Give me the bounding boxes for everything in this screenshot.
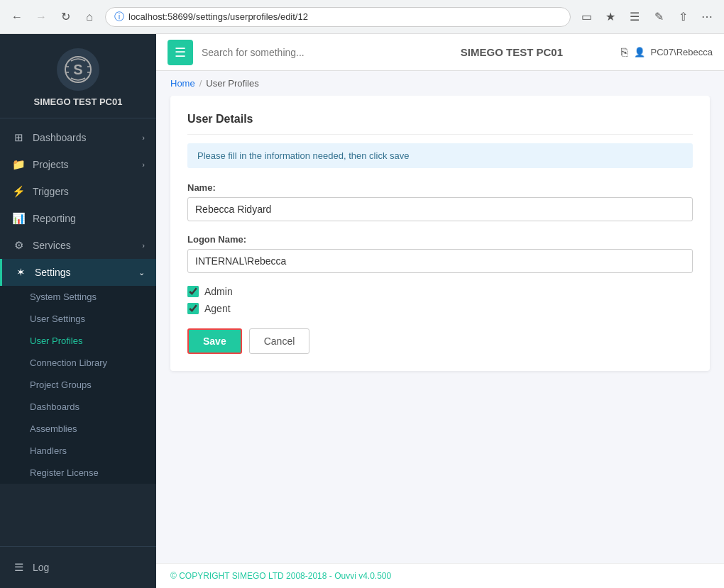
back-button[interactable]: ← bbox=[7, 7, 27, 27]
assemblies-label: Assemblies bbox=[30, 423, 77, 434]
save-button[interactable]: Save bbox=[187, 328, 242, 354]
admin-label: Admin bbox=[204, 286, 233, 297]
logo-svg: S bbox=[64, 55, 92, 84]
admin-checkbox[interactable] bbox=[187, 286, 199, 297]
browser-chrome: ← → ↻ ⌂ ⓘ localhost:58699/settings/userp… bbox=[0, 0, 724, 34]
name-group: Name: bbox=[187, 182, 693, 221]
project-groups-label: Project Groups bbox=[30, 379, 92, 390]
user-label: PC07\Rebecca bbox=[651, 47, 713, 57]
name-input[interactable] bbox=[187, 197, 693, 221]
topbar-brand: SIMEGO TEST PC01 bbox=[411, 46, 612, 58]
more-button[interactable]: ⋯ bbox=[697, 7, 717, 27]
settings-label: Settings bbox=[35, 267, 71, 278]
user-icon: 👤 bbox=[634, 47, 645, 57]
nav-buttons: ← → ↻ ⌂ bbox=[7, 7, 99, 27]
card-title: User Details bbox=[187, 113, 693, 135]
sidebar-title: SIMEGO TEST PC01 bbox=[34, 96, 123, 107]
logon-name-input[interactable] bbox=[187, 249, 693, 273]
security-icon: ⓘ bbox=[114, 11, 124, 23]
favorites-button[interactable]: ★ bbox=[600, 7, 620, 27]
sidebar-item-dashboards[interactable]: ⊞ Dashboards › bbox=[0, 124, 156, 151]
sidebar-item-settings[interactable]: ✶ Settings ⌄ bbox=[0, 259, 156, 286]
sub-nav-register-license[interactable]: Register License bbox=[0, 462, 156, 484]
dashboards-chevron: › bbox=[142, 133, 145, 142]
sub-nav-dashboards[interactable]: Dashboards bbox=[0, 396, 156, 418]
sidebar-item-reporting[interactable]: 📊 Reporting bbox=[0, 205, 156, 232]
name-label: Name: bbox=[187, 182, 693, 193]
page-footer: © COPYRIGHT SIMEGO LTD 2008-2018 - Ouvvi… bbox=[156, 563, 724, 588]
monitor-icon: ⎘ bbox=[621, 46, 628, 59]
reporting-label: Reporting bbox=[33, 213, 76, 224]
settings-chevron: ⌄ bbox=[138, 268, 145, 277]
sidebar-footer: ☰ Log bbox=[0, 546, 156, 588]
settings-icon: ✶ bbox=[13, 266, 28, 279]
logon-name-group: Logon Name: bbox=[187, 234, 693, 273]
topbar-user: ⎘ 👤 PC07\Rebecca bbox=[621, 46, 713, 59]
user-settings-label: User Settings bbox=[30, 314, 85, 324]
sub-nav-handlers[interactable]: Handlers bbox=[0, 440, 156, 462]
register-license-label: Register License bbox=[30, 467, 99, 478]
user-details-card: User Details Please fill in the informat… bbox=[170, 96, 710, 371]
sidebar-item-services[interactable]: ⚙ Services › bbox=[0, 232, 156, 259]
sub-nav-system-settings[interactable]: System Settings bbox=[0, 286, 156, 308]
sub-nav: System Settings User Settings User Profi… bbox=[0, 286, 156, 484]
system-settings-label: System Settings bbox=[30, 292, 97, 302]
sidebar-nav: ⊞ Dashboards › 📁 Projects › ⚡ Triggers 📊… bbox=[0, 118, 156, 546]
sidebar: S SIMEGO TEST PC01 ⊞ Dashboards › 📁 Pro bbox=[0, 34, 156, 588]
connection-library-label: Connection Library bbox=[30, 357, 107, 368]
agent-label: Agent bbox=[204, 303, 231, 314]
agent-checkbox[interactable] bbox=[187, 303, 199, 314]
breadcrumb-home[interactable]: Home bbox=[170, 78, 195, 89]
checkbox-group: Admin Agent bbox=[187, 286, 693, 314]
handlers-label: Handlers bbox=[30, 445, 67, 456]
projects-label: Projects bbox=[33, 159, 69, 170]
log-icon: ☰ bbox=[11, 561, 26, 574]
sidebar-item-triggers[interactable]: ⚡ Triggers bbox=[0, 178, 156, 205]
address-bar[interactable]: ⓘ localhost:58699/settings/userprofiles/… bbox=[105, 7, 571, 27]
topbar-menu-button[interactable]: ☰ bbox=[168, 40, 193, 65]
services-chevron: › bbox=[142, 241, 145, 250]
reload-button[interactable]: ↻ bbox=[55, 7, 75, 27]
browser-actions: ▭ ★ ☰ ✎ ⇧ ⋯ bbox=[576, 7, 717, 27]
breadcrumb: Home / User Profiles bbox=[156, 71, 724, 96]
sidebar-item-log[interactable]: ☰ Log bbox=[0, 554, 156, 581]
sidebar-item-projects[interactable]: 📁 Projects › bbox=[0, 151, 156, 178]
dashboards-sub-label: Dashboards bbox=[30, 401, 79, 412]
reporting-icon: 📊 bbox=[11, 212, 26, 225]
svg-text:S: S bbox=[73, 62, 82, 77]
form-actions: Save Cancel bbox=[187, 328, 693, 354]
topbar: ☰ SIMEGO TEST PC01 ⎘ 👤 PC07\Rebecca bbox=[156, 34, 724, 71]
agent-checkbox-item: Agent bbox=[187, 303, 693, 314]
logo-icon: S bbox=[57, 48, 99, 91]
sub-nav-user-profiles[interactable]: User Profiles bbox=[0, 330, 156, 352]
sub-nav-user-settings[interactable]: User Settings bbox=[0, 308, 156, 330]
menu-icon: ☰ bbox=[175, 45, 186, 60]
footer-text: © COPYRIGHT SIMEGO LTD 2008-2018 - Ouvvi… bbox=[170, 571, 391, 581]
url-text: localhost:58699/settings/userprofiles/ed… bbox=[128, 11, 308, 22]
breadcrumb-separator: / bbox=[199, 78, 202, 89]
admin-checkbox-item: Admin bbox=[187, 286, 693, 297]
main-content: ☰ SIMEGO TEST PC01 ⎘ 👤 PC07\Rebecca Home… bbox=[156, 34, 724, 588]
dashboards-label: Dashboards bbox=[33, 132, 87, 143]
info-message: Please fill in the information needed, t… bbox=[187, 143, 693, 168]
projects-chevron: › bbox=[142, 160, 145, 169]
cancel-button[interactable]: Cancel bbox=[249, 328, 310, 354]
share-button[interactable]: ⇧ bbox=[673, 7, 693, 27]
dashboards-icon: ⊞ bbox=[11, 131, 26, 144]
triggers-icon: ⚡ bbox=[11, 185, 26, 198]
search-input[interactable] bbox=[202, 47, 402, 58]
sub-nav-project-groups[interactable]: Project Groups bbox=[0, 374, 156, 396]
sub-nav-assemblies[interactable]: Assemblies bbox=[0, 418, 156, 440]
user-profiles-label: User Profiles bbox=[30, 335, 82, 346]
forward-button[interactable]: → bbox=[31, 7, 51, 27]
sub-nav-connection-library[interactable]: Connection Library bbox=[0, 352, 156, 374]
services-icon: ⚙ bbox=[11, 239, 26, 252]
projects-icon: 📁 bbox=[11, 158, 26, 171]
sidebar-logo: S SIMEGO TEST PC01 bbox=[0, 34, 156, 118]
hub-button[interactable]: ☰ bbox=[625, 7, 645, 27]
home-button[interactable]: ⌂ bbox=[79, 7, 99, 27]
log-label: Log bbox=[33, 562, 49, 573]
annotate-button[interactable]: ✎ bbox=[649, 7, 669, 27]
reading-view-button[interactable]: ▭ bbox=[576, 7, 596, 27]
content-area: User Details Please fill in the informat… bbox=[156, 96, 724, 563]
